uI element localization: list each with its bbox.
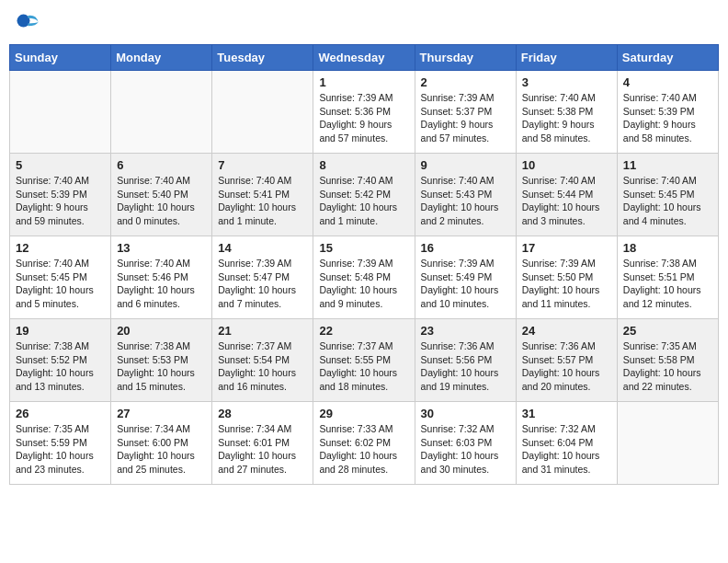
calendar-cell: 12Sunrise: 7:40 AM Sunset: 5:45 PM Dayli…: [10, 236, 111, 319]
day-info: Sunrise: 7:39 AM Sunset: 5:49 PM Dayligh…: [421, 257, 510, 311]
day-number: 12: [16, 241, 105, 255]
calendar-cell: 17Sunrise: 7:39 AM Sunset: 5:50 PM Dayli…: [516, 236, 617, 319]
logo-icon: [14, 9, 40, 35]
weekday-header-row: SundayMondayTuesdayWednesdayThursdayFrid…: [10, 45, 719, 71]
day-info: Sunrise: 7:38 AM Sunset: 5:52 PM Dayligh…: [16, 339, 105, 394]
day-number: 8: [319, 158, 408, 172]
calendar-cell: 1Sunrise: 7:39 AM Sunset: 5:36 PM Daylig…: [313, 71, 415, 154]
day-info: Sunrise: 7:37 AM Sunset: 5:55 PM Dayligh…: [319, 339, 408, 394]
day-info: Sunrise: 7:39 AM Sunset: 5:36 PM Dayligh…: [319, 91, 408, 145]
day-info: Sunrise: 7:39 AM Sunset: 5:48 PM Dayligh…: [319, 257, 408, 311]
calendar-cell: 16Sunrise: 7:39 AM Sunset: 5:49 PM Dayli…: [415, 236, 516, 319]
day-number: 19: [16, 324, 105, 338]
day-info: Sunrise: 7:40 AM Sunset: 5:41 PM Dayligh…: [218, 174, 307, 228]
day-number: 4: [623, 75, 712, 89]
calendar-week-row: 12Sunrise: 7:40 AM Sunset: 5:45 PM Dayli…: [10, 236, 719, 319]
day-number: 15: [319, 241, 408, 255]
calendar-cell: [10, 71, 111, 154]
day-info: Sunrise: 7:35 AM Sunset: 5:58 PM Dayligh…: [623, 339, 712, 394]
calendar-cell: 22Sunrise: 7:37 AM Sunset: 5:55 PM Dayli…: [313, 319, 415, 402]
calendar-cell: 8Sunrise: 7:40 AM Sunset: 5:42 PM Daylig…: [313, 154, 415, 236]
day-info: Sunrise: 7:39 AM Sunset: 5:50 PM Dayligh…: [522, 257, 611, 311]
calendar-week-row: 26Sunrise: 7:35 AM Sunset: 5:59 PM Dayli…: [10, 402, 719, 485]
calendar-cell: 11Sunrise: 7:40 AM Sunset: 5:45 PM Dayli…: [617, 154, 718, 236]
calendar-cell: 25Sunrise: 7:35 AM Sunset: 5:58 PM Dayli…: [617, 319, 718, 402]
day-info: Sunrise: 7:40 AM Sunset: 5:46 PM Dayligh…: [117, 257, 206, 311]
calendar-cell: [111, 71, 212, 154]
calendar-cell: 4Sunrise: 7:40 AM Sunset: 5:39 PM Daylig…: [617, 71, 718, 154]
day-info: Sunrise: 7:40 AM Sunset: 5:45 PM Dayligh…: [623, 174, 712, 228]
day-number: 30: [421, 407, 510, 420]
day-number: 31: [522, 407, 611, 420]
calendar-cell: 19Sunrise: 7:38 AM Sunset: 5:52 PM Dayli…: [10, 319, 111, 402]
calendar-cell: 28Sunrise: 7:34 AM Sunset: 6:01 PM Dayli…: [212, 402, 313, 485]
day-number: 20: [117, 324, 206, 338]
page-header: [9, 9, 719, 35]
day-info: Sunrise: 7:40 AM Sunset: 5:40 PM Dayligh…: [117, 174, 206, 228]
day-info: Sunrise: 7:35 AM Sunset: 5:59 PM Dayligh…: [16, 422, 105, 477]
weekday-header: Tuesday: [212, 45, 313, 71]
calendar-cell: 2Sunrise: 7:39 AM Sunset: 5:37 PM Daylig…: [415, 71, 516, 154]
calendar-cell: 14Sunrise: 7:39 AM Sunset: 5:47 PM Dayli…: [212, 236, 313, 319]
day-number: 22: [319, 324, 408, 338]
calendar-cell: 24Sunrise: 7:36 AM Sunset: 5:57 PM Dayli…: [516, 319, 617, 402]
day-number: 6: [117, 158, 206, 172]
day-number: 17: [522, 241, 611, 255]
day-info: Sunrise: 7:36 AM Sunset: 5:57 PM Dayligh…: [522, 339, 611, 394]
day-number: 7: [218, 158, 307, 172]
day-info: Sunrise: 7:39 AM Sunset: 5:37 PM Dayligh…: [421, 91, 510, 145]
calendar-cell: [212, 71, 313, 154]
day-info: Sunrise: 7:36 AM Sunset: 5:56 PM Dayligh…: [421, 339, 510, 394]
calendar-cell: 18Sunrise: 7:38 AM Sunset: 5:51 PM Dayli…: [617, 236, 718, 319]
day-number: 2: [421, 75, 510, 89]
day-number: 21: [218, 324, 307, 338]
calendar-table: SundayMondayTuesdayWednesdayThursdayFrid…: [9, 44, 719, 485]
day-number: 16: [421, 241, 510, 255]
day-number: 18: [623, 241, 712, 255]
weekday-header: Monday: [111, 45, 212, 71]
weekday-header: Saturday: [617, 45, 718, 71]
calendar-cell: 30Sunrise: 7:32 AM Sunset: 6:03 PM Dayli…: [415, 402, 516, 485]
day-info: Sunrise: 7:38 AM Sunset: 5:53 PM Dayligh…: [117, 339, 206, 394]
calendar-cell: [617, 402, 718, 485]
day-number: 25: [623, 324, 712, 338]
calendar-week-row: 1Sunrise: 7:39 AM Sunset: 5:36 PM Daylig…: [10, 71, 719, 154]
calendar-week-row: 5Sunrise: 7:40 AM Sunset: 5:39 PM Daylig…: [10, 154, 719, 236]
day-info: Sunrise: 7:34 AM Sunset: 6:00 PM Dayligh…: [117, 422, 206, 477]
calendar-cell: 3Sunrise: 7:40 AM Sunset: 5:38 PM Daylig…: [516, 71, 617, 154]
day-number: 24: [522, 324, 611, 338]
day-info: Sunrise: 7:40 AM Sunset: 5:45 PM Dayligh…: [16, 257, 105, 311]
calendar-cell: 5Sunrise: 7:40 AM Sunset: 5:39 PM Daylig…: [10, 154, 111, 236]
day-number: 27: [117, 407, 206, 420]
day-info: Sunrise: 7:34 AM Sunset: 6:01 PM Dayligh…: [218, 422, 307, 477]
weekday-header: Friday: [516, 45, 617, 71]
day-number: 9: [421, 158, 510, 172]
calendar-cell: 9Sunrise: 7:40 AM Sunset: 5:43 PM Daylig…: [415, 154, 516, 236]
day-number: 28: [218, 407, 307, 420]
day-info: Sunrise: 7:39 AM Sunset: 5:47 PM Dayligh…: [218, 257, 307, 311]
day-info: Sunrise: 7:40 AM Sunset: 5:42 PM Dayligh…: [319, 174, 408, 228]
day-info: Sunrise: 7:40 AM Sunset: 5:39 PM Dayligh…: [623, 91, 712, 145]
day-info: Sunrise: 7:38 AM Sunset: 5:51 PM Dayligh…: [623, 257, 712, 311]
calendar-cell: 15Sunrise: 7:39 AM Sunset: 5:48 PM Dayli…: [313, 236, 415, 319]
calendar-cell: 26Sunrise: 7:35 AM Sunset: 5:59 PM Dayli…: [10, 402, 111, 485]
day-info: Sunrise: 7:40 AM Sunset: 5:44 PM Dayligh…: [522, 174, 611, 228]
weekday-header: Sunday: [10, 45, 111, 71]
calendar-cell: 13Sunrise: 7:40 AM Sunset: 5:46 PM Dayli…: [111, 236, 212, 319]
day-info: Sunrise: 7:33 AM Sunset: 6:02 PM Dayligh…: [319, 422, 408, 477]
day-number: 3: [522, 75, 611, 89]
day-info: Sunrise: 7:32 AM Sunset: 6:04 PM Dayligh…: [522, 422, 611, 477]
day-number: 5: [16, 158, 105, 172]
day-number: 14: [218, 241, 307, 255]
day-info: Sunrise: 7:40 AM Sunset: 5:39 PM Dayligh…: [16, 174, 105, 228]
day-number: 23: [421, 324, 510, 338]
day-info: Sunrise: 7:32 AM Sunset: 6:03 PM Dayligh…: [421, 422, 510, 477]
calendar-cell: 29Sunrise: 7:33 AM Sunset: 6:02 PM Dayli…: [313, 402, 415, 485]
calendar-cell: 23Sunrise: 7:36 AM Sunset: 5:56 PM Dayli…: [415, 319, 516, 402]
day-number: 11: [623, 158, 712, 172]
day-info: Sunrise: 7:37 AM Sunset: 5:54 PM Dayligh…: [218, 339, 307, 394]
calendar-week-row: 19Sunrise: 7:38 AM Sunset: 5:52 PM Dayli…: [10, 319, 719, 402]
day-info: Sunrise: 7:40 AM Sunset: 5:43 PM Dayligh…: [421, 174, 510, 228]
calendar-cell: 21Sunrise: 7:37 AM Sunset: 5:54 PM Dayli…: [212, 319, 313, 402]
day-number: 13: [117, 241, 206, 255]
